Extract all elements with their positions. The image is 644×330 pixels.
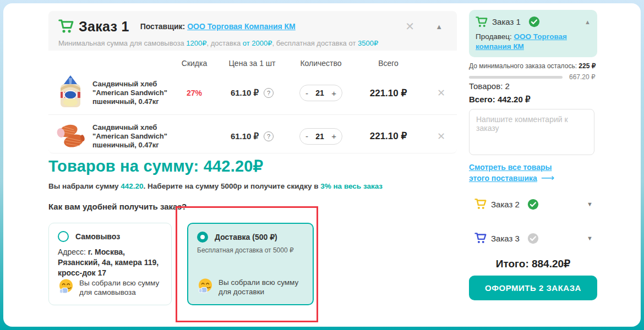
sidebar-order-2-row[interactable]: Заказ 2 ▼ bbox=[474, 197, 593, 211]
delivery-subtext: Бесплатная доставка от 5000 ₽ bbox=[197, 246, 304, 254]
quantity-stepper: - 21 + bbox=[299, 128, 342, 145]
col-quantity: Количество bbox=[300, 59, 341, 68]
cart-icon bbox=[474, 233, 487, 244]
order-title: Заказ 1 bbox=[79, 19, 129, 35]
progress-value-label: 667.20 ₽ bbox=[569, 73, 596, 81]
qty-decrease-button[interactable]: - bbox=[305, 132, 308, 140]
order-sum-subtext: Вы набрали сумму 442.20. Наберите на сум… bbox=[48, 182, 383, 190]
seller-line: Продавец: ООО Торговая компания КМ bbox=[476, 32, 591, 52]
price-info-icon[interactable]: ? bbox=[264, 131, 274, 141]
see-all-products-link[interactable]: Смотреть все товарыэтого поставшика⟶ bbox=[469, 162, 554, 184]
pickup-label: Самовывоз bbox=[75, 232, 120, 241]
order-total: Всего: 442.20 ₽ bbox=[469, 95, 530, 105]
cart-icon bbox=[58, 19, 74, 34]
order-card: Заказ 1 Поставщик: ООО Торговая Компания… bbox=[48, 11, 457, 153]
checkout-button[interactable]: ОФОРМИТЬ 2 ЗАКАЗА bbox=[469, 276, 597, 300]
smiley-thumbs-up-icon bbox=[58, 278, 74, 297]
table-header: Скидка Цена за 1 шт Количество Всего bbox=[48, 55, 457, 72]
expand-icon[interactable]: ▼ bbox=[587, 201, 593, 207]
row-total: 221.10 ₽ bbox=[370, 130, 407, 142]
unit-price: 61.10 ₽ bbox=[231, 88, 259, 98]
qty-decrease-button[interactable]: - bbox=[305, 89, 308, 97]
col-price: Цена за 1 шт bbox=[229, 59, 276, 68]
delivery-question: Как вам удобней получить заказ? bbox=[48, 202, 187, 211]
delivery-option-card[interactable]: Доставка (500 ₽) Бесплатная доставка от … bbox=[187, 223, 314, 305]
collapse-icon[interactable]: ▲ bbox=[435, 23, 443, 31]
pickup-note: Вы собрали всю сумму для самовывоза bbox=[58, 278, 159, 297]
product-name: Сандвичный хлеб "American Sandwich" пшен… bbox=[92, 80, 175, 106]
sidebar-order-3-row[interactable]: Заказ 3 ▼ bbox=[474, 231, 593, 245]
col-discount: Скидка bbox=[182, 59, 207, 68]
comment-input[interactable] bbox=[469, 109, 594, 155]
grand-total: Итого: 884.20₽ bbox=[469, 257, 597, 270]
check-icon bbox=[527, 199, 539, 210]
qty-value[interactable]: 21 bbox=[315, 89, 324, 97]
product-name: Сандвичный хлеб "American Sandwich" пшен… bbox=[92, 123, 175, 150]
sidebar-order-1-card[interactable]: Заказ 1 ▲ Продавец: ООО Торговая компани… bbox=[469, 10, 597, 57]
sidebar-order-1-label: Заказ 1 bbox=[492, 17, 521, 26]
min-order-remaining: До минимального заказа осталось: 225 ₽ bbox=[469, 62, 596, 70]
product-image-sausage bbox=[55, 120, 86, 153]
page: Заказ 1 Поставщик: ООО Торговая Компания… bbox=[0, 0, 644, 330]
cart-icon bbox=[476, 16, 488, 28]
price-info-icon[interactable]: ? bbox=[264, 88, 274, 98]
delivery-note: Вы собрали всю сумму для доставки bbox=[197, 278, 298, 296]
smiley-thumbs-up-icon bbox=[197, 278, 214, 296]
supplier-label: Поставщик: ООО Торговая Компания КМ bbox=[140, 22, 296, 31]
qty-increase-button[interactable]: + bbox=[331, 89, 336, 97]
supplier-link[interactable]: ООО Торговая Компания КМ bbox=[187, 22, 296, 31]
check-icon bbox=[528, 16, 540, 28]
product-image-bread bbox=[55, 75, 86, 111]
collapse-icon[interactable]: ▲ bbox=[585, 19, 591, 25]
items-count: Товаров: 2 bbox=[469, 81, 510, 91]
sidebar-order-3-label: Заказ 3 bbox=[491, 234, 520, 243]
min-sum-line: Минимальная сумма для самовывоза 1200₽, … bbox=[58, 39, 447, 47]
row-total: 221.10 ₽ bbox=[370, 87, 407, 99]
qty-value[interactable]: 21 bbox=[315, 132, 324, 141]
order-sum-heading: Товаров на сумму: 442.20₽ bbox=[48, 157, 263, 175]
discount-value: 27% bbox=[187, 89, 202, 97]
pickup-radio[interactable] bbox=[58, 231, 69, 242]
close-icon[interactable]: ✕ bbox=[405, 21, 414, 32]
pickup-address: Адресс: г. Москва, Рязанский, 4а, камера… bbox=[58, 247, 166, 278]
pickup-option-card[interactable]: Самовывоз Адресс: г. Москва, Рязанский, … bbox=[48, 223, 172, 305]
arrow-right-icon: ⟶ bbox=[541, 173, 554, 183]
sidebar-order-2-label: Заказ 2 bbox=[491, 200, 520, 209]
col-total: Всего bbox=[378, 59, 399, 68]
cart-icon bbox=[474, 199, 487, 210]
table-row: Сандвичный хлеб "American Sandwich" пшен… bbox=[48, 72, 457, 114]
remove-item-icon[interactable]: ✕ bbox=[437, 130, 445, 142]
check-icon bbox=[527, 233, 539, 244]
delivery-label: Доставка (500 ₽) bbox=[215, 233, 277, 241]
order-card-header: Заказ 1 Поставщик: ООО Торговая Компания… bbox=[48, 11, 457, 51]
qty-increase-button[interactable]: + bbox=[331, 132, 336, 140]
remove-item-icon[interactable]: ✕ bbox=[437, 87, 445, 99]
min-order-progress: 667.20 ₽ bbox=[469, 73, 597, 81]
table-row: Сандвичный хлеб "American Sandwich" пшен… bbox=[48, 114, 457, 157]
quantity-stepper: - 21 + bbox=[299, 85, 342, 101]
delivery-radio[interactable] bbox=[197, 232, 208, 243]
expand-icon[interactable]: ▼ bbox=[587, 235, 593, 241]
unit-price: 61.10 ₽ bbox=[231, 131, 259, 141]
